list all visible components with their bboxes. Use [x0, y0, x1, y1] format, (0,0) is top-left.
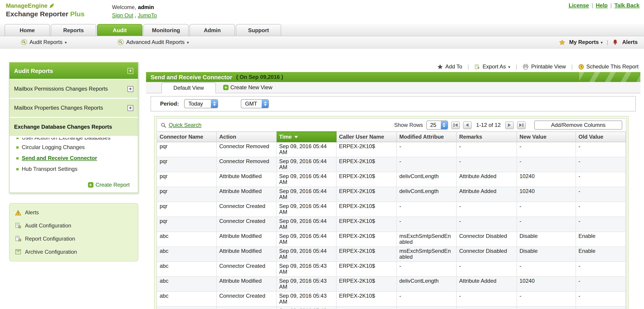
alerts-link[interactable]: Alerts [622, 39, 638, 45]
column-header-modified-attribue[interactable]: Modified Attribue [396, 132, 456, 142]
cell: 10240 [516, 172, 576, 187]
sidebar-item-send-and-receive-connector[interactable]: Send and Receive Connector [10, 153, 138, 164]
first-page-button[interactable] [451, 121, 460, 129]
cell: Connector Created [216, 202, 276, 217]
tab-reports[interactable]: Reports [51, 24, 96, 36]
separator: | [516, 63, 517, 70]
sidebar-tool-audit-configuration[interactable]: Audit Configuration [15, 223, 132, 229]
cell: 10240 [516, 277, 576, 292]
column-header-remarks[interactable]: Remarks [456, 132, 516, 142]
create-new-view-button[interactable]: Create New View [223, 82, 272, 93]
cell: - [396, 262, 456, 277]
subnav-menu-label: Advanced Audit Reports [126, 39, 184, 45]
cell: Connector Removed [216, 142, 276, 157]
sidebar-tool-report-configuration[interactable]: Report Configuration [15, 236, 132, 242]
cell: pqr [157, 202, 216, 217]
cell: ERPEX-2K10$ [336, 217, 396, 232]
top-link-license[interactable]: License [569, 2, 589, 8]
column-header-action[interactable]: Action [216, 132, 276, 142]
column-header-old-value[interactable]: Old Value [576, 132, 626, 142]
export-icon [474, 64, 480, 69]
sign-out-link[interactable]: Sign Out [112, 12, 133, 18]
sidebar-group-label: Exchange Database Changes Reports [14, 124, 112, 130]
cell: - [576, 187, 626, 202]
sidebar-tool-alerts[interactable]: Alerts [15, 209, 132, 216]
column-header-time[interactable]: Time [276, 132, 336, 142]
cell: - [396, 157, 456, 172]
printable-view-button[interactable]: Printable View [522, 63, 566, 70]
expand-all-icon[interactable] [128, 68, 133, 74]
column-header-new-value[interactable]: New Value [516, 132, 576, 142]
column-header-connector-name[interactable]: Connector Name [157, 132, 216, 142]
last-page-button[interactable] [517, 121, 526, 129]
sidebar-tool-archive-configuration[interactable]: Archive Configuration [15, 249, 132, 255]
column-header-caller-user-name[interactable]: Caller User Name [336, 132, 396, 142]
sidebar-item-hub-transport-settings[interactable]: Hub Transport Settings [10, 164, 138, 174]
sidebar-group-label: Mailbox Properties Changes Reports [14, 105, 103, 111]
show-rows-select[interactable]: 25 [426, 120, 448, 130]
table-row: pqrConnector CreatedSep 09, 2016 05:44 A… [157, 202, 626, 217]
cell: - [576, 217, 626, 232]
plus-icon [223, 85, 228, 90]
period-select[interactable]: Today [184, 99, 218, 108]
prev-page-button[interactable] [463, 121, 472, 129]
add-to-button[interactable]: Add To [437, 63, 462, 70]
sidebar-item-circular-logging-changes[interactable]: Circular Logging Changes [10, 142, 138, 153]
tab-monitoring[interactable]: Monitoring [143, 24, 189, 36]
chevron-down-icon [508, 63, 510, 70]
sidebar-group-mailbox-properties-changes-reports[interactable]: Mailbox Properties Changes Reports [10, 98, 138, 117]
cell: ERPEX-2K10$ [336, 142, 396, 157]
table-row: pqrConnector RemovedSep 09, 2016 05:44 A… [157, 157, 626, 172]
plus-icon [88, 182, 93, 188]
separator: | [607, 39, 608, 45]
sidebar-item-user-action-on-exchange-databases[interactable]: User Action on Exchange Databases [10, 138, 138, 142]
tab-audit[interactable]: Audit [97, 24, 142, 36]
sidebar-group-exchange-database-changes-reports[interactable]: Exchange Database Changes Reports [10, 117, 138, 136]
schedule-report-button[interactable]: Schedule This Report [578, 63, 638, 70]
my-reports-menu[interactable]: My Reports [569, 39, 603, 45]
jump-to-link[interactable]: JumpTo [138, 12, 157, 18]
cell: Attribute Modified [216, 277, 276, 292]
tab-support[interactable]: Support [236, 24, 281, 36]
cell: ERPEX-2K10$ [336, 277, 396, 292]
manageengine-wordmark: ManageEngine [6, 2, 48, 9]
cell: delivContLength [396, 187, 456, 202]
quick-search-link[interactable]: Quick Search [160, 122, 201, 128]
welcome-text: Welcome,admin [112, 4, 154, 10]
sidebar-group-mailbox-permissions-changes-reports[interactable]: Mailbox Permissions Changes Reports [10, 79, 138, 98]
sidebar-header: Audit Reports [10, 62, 138, 79]
sidebar-tools: AlertsAudit ConfigurationReport Configur… [9, 203, 138, 262]
create-report-button[interactable]: Create Report [10, 178, 138, 193]
cell: - [516, 292, 576, 307]
next-page-button[interactable] [505, 121, 514, 129]
report-title: Send and Receive Connector [150, 74, 232, 80]
cell: Sep 09, 2016 05:44 AM [276, 157, 336, 172]
bullet-icon [16, 146, 18, 148]
cell: Sep 09, 2016 05:43 AM [276, 292, 336, 307]
chevron-down-icon [601, 39, 603, 45]
subnav-menu-audit-reports[interactable]: Audit Reports [21, 39, 67, 45]
cell [216, 307, 276, 309]
subnav-menu-advanced-audit-reports[interactable]: Advanced Audit Reports [118, 39, 189, 45]
cell: msExchSmtpSendEnabled [396, 247, 456, 262]
add-remove-columns-button[interactable]: Add/Remove Columns [534, 120, 622, 130]
cell: Sep 09, 2016 05:44 AM [276, 187, 336, 202]
bullet-icon [16, 157, 18, 159]
expand-icon[interactable] [128, 86, 133, 92]
tab-home[interactable]: Home [4, 24, 50, 36]
table-panel: Quick Search Show Rows 25 1-12 of 12 [154, 116, 628, 309]
cell: Disable [516, 247, 576, 262]
timezone-select[interactable]: GMT [241, 99, 269, 108]
top-link-help[interactable]: Help [596, 2, 608, 8]
top-link-talk-back[interactable]: Talk Back [614, 2, 640, 8]
cell: - [396, 202, 456, 217]
sidebar-tool-label: Alerts [25, 209, 39, 216]
export-as-button[interactable]: Export As [474, 63, 510, 70]
tab-default-view[interactable]: Default View [162, 82, 216, 93]
table-row: abcAttribute ModifiedSep 09, 2016 05:44 … [157, 232, 626, 247]
tab-admin[interactable]: Admin [190, 24, 235, 36]
expand-icon[interactable] [128, 105, 133, 111]
table-row: pqrAttribute ModifiedSep 09, 2016 05:44 … [157, 187, 626, 202]
chevron-down-icon [65, 39, 67, 45]
cell: Sep 09, 2016 05:44 AM [276, 232, 336, 247]
